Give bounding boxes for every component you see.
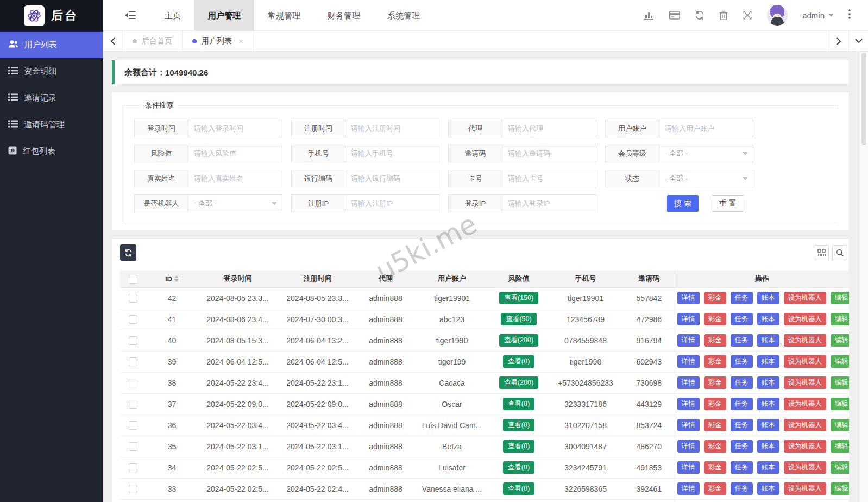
- topnav-item-user-management[interactable]: 用户管理: [194, 0, 254, 31]
- risk-view-button[interactable]: 查看(0): [503, 355, 534, 368]
- action-edit-button[interactable]: 编辑: [831, 398, 849, 410]
- row-checkbox[interactable]: [129, 336, 137, 345]
- row-checkbox[interactable]: [129, 442, 137, 451]
- action-task-button[interactable]: 任务: [731, 461, 753, 474]
- tab-close-icon[interactable]: ×: [238, 37, 243, 45]
- id-sort-control[interactable]: ID: [165, 275, 179, 283]
- tab-operations-button[interactable]: [848, 31, 868, 51]
- action-set-robot-button[interactable]: 设为机器人: [784, 440, 827, 453]
- field-input-register-ip[interactable]: [345, 194, 439, 212]
- action-task-button[interactable]: 任务: [731, 355, 753, 368]
- tab-home[interactable]: 后台首页: [123, 31, 183, 51]
- topnav-item-general-management[interactable]: 常规管理: [254, 0, 314, 31]
- tab-user-list[interactable]: 用户列表×: [183, 31, 254, 51]
- risk-view-button[interactable]: 查看(50): [501, 313, 536, 325]
- action-bonus-button[interactable]: 彩金: [704, 419, 726, 431]
- field-input-agent[interactable]: [502, 120, 596, 137]
- risk-view-button[interactable]: 查看(0): [503, 398, 534, 410]
- action-edit-button[interactable]: 编辑: [831, 440, 849, 453]
- sidebar-item-red-packet-list[interactable]: 红包列表: [0, 138, 103, 165]
- action-task-button[interactable]: 任务: [731, 334, 753, 347]
- action-edit-button[interactable]: 编辑: [831, 482, 849, 495]
- risk-view-button[interactable]: 查看(0): [503, 440, 534, 453]
- action-edit-button[interactable]: 编辑: [831, 419, 849, 431]
- action-task-button[interactable]: 任务: [731, 313, 753, 325]
- action-edit-button[interactable]: 编辑: [831, 334, 849, 347]
- row-checkbox[interactable]: [129, 421, 137, 430]
- row-checkbox[interactable]: [129, 379, 137, 387]
- topnav-item-system-management[interactable]: 系统管理: [374, 0, 433, 31]
- refresh-button[interactable]: [120, 244, 136, 261]
- sidebar-item-invite-records[interactable]: 邀请记录: [0, 85, 103, 111]
- search-button[interactable]: 搜 索: [667, 195, 699, 212]
- action-edit-button[interactable]: 编辑: [831, 313, 849, 325]
- action-set-robot-button[interactable]: 设为机器人: [784, 292, 827, 304]
- action-set-robot-button[interactable]: 设为机器人: [784, 461, 827, 474]
- action-details-button[interactable]: 详情: [677, 398, 700, 410]
- action-details-button[interactable]: 详情: [677, 440, 700, 453]
- action-bonus-button[interactable]: 彩金: [704, 376, 726, 389]
- refresh-icon[interactable]: [695, 10, 705, 20]
- action-task-button[interactable]: 任务: [731, 292, 753, 304]
- action-set-robot-button[interactable]: 设为机器人: [784, 334, 827, 347]
- field-input-real-name[interactable]: [188, 170, 282, 187]
- row-checkbox[interactable]: [129, 463, 137, 472]
- action-details-button[interactable]: 详情: [677, 334, 700, 347]
- field-select-is-robot[interactable]: - 全部 -: [188, 194, 282, 212]
- columns-toggle-button[interactable]: [814, 245, 829, 260]
- row-checkbox[interactable]: [129, 400, 137, 409]
- action-details-button[interactable]: 详情: [677, 376, 700, 389]
- row-checkbox[interactable]: [129, 485, 137, 493]
- scrollbar-thumb[interactable]: [861, 53, 866, 145]
- sidebar-item-funds-detail[interactable]: 资金明细: [0, 58, 103, 85]
- field-input-invite-code[interactable]: [502, 145, 596, 162]
- sidebar-item-user-list[interactable]: 用户列表: [0, 32, 103, 58]
- action-ledger-button[interactable]: 账本: [757, 355, 779, 368]
- action-details-button[interactable]: 详情: [677, 419, 700, 431]
- action-ledger-button[interactable]: 账本: [757, 376, 779, 389]
- tab-scroll-left-button[interactable]: [103, 31, 123, 51]
- row-checkbox[interactable]: [129, 294, 137, 303]
- action-edit-button[interactable]: 编辑: [831, 461, 849, 474]
- field-input-card-number[interactable]: [502, 170, 596, 187]
- action-bonus-button[interactable]: 彩金: [704, 482, 726, 495]
- more-options-icon[interactable]: [848, 9, 851, 22]
- field-input-login-ip[interactable]: [502, 194, 596, 212]
- action-set-robot-button[interactable]: 设为机器人: [784, 419, 827, 431]
- column-header-id[interactable]: ID: [146, 271, 198, 287]
- action-ledger-button[interactable]: 账本: [757, 292, 779, 304]
- risk-view-button[interactable]: 查看(0): [503, 461, 534, 474]
- action-details-button[interactable]: 详情: [677, 482, 700, 495]
- credit-card-icon[interactable]: [669, 11, 680, 20]
- field-input-user-account[interactable]: [659, 120, 753, 137]
- field-select-member-level[interactable]: - 全部 -: [659, 145, 753, 162]
- avatar[interactable]: [767, 5, 788, 26]
- select-all-checkbox[interactable]: [129, 275, 137, 284]
- action-ledger-button[interactable]: 账本: [757, 313, 779, 325]
- risk-view-button[interactable]: 查看(0): [503, 419, 534, 431]
- action-ledger-button[interactable]: 账本: [757, 461, 779, 474]
- field-select-status[interactable]: - 全部 -: [659, 170, 753, 187]
- action-bonus-button[interactable]: 彩金: [704, 292, 726, 304]
- action-set-robot-button[interactable]: 设为机器人: [784, 376, 827, 389]
- action-bonus-button[interactable]: 彩金: [704, 440, 726, 453]
- user-menu[interactable]: admin: [802, 11, 834, 20]
- row-checkbox[interactable]: [129, 357, 137, 366]
- action-edit-button[interactable]: 编辑: [831, 292, 849, 304]
- action-task-button[interactable]: 任务: [731, 398, 753, 410]
- fullscreen-icon[interactable]: [743, 10, 752, 20]
- field-input-register-time[interactable]: [345, 120, 439, 137]
- action-details-button[interactable]: 详情: [677, 292, 700, 304]
- topnav-item-home[interactable]: 主页: [151, 0, 194, 31]
- action-ledger-button[interactable]: 账本: [757, 482, 779, 495]
- field-input-risk-value[interactable]: [188, 145, 282, 162]
- bar-chart-icon[interactable]: [644, 10, 655, 20]
- action-task-button[interactable]: 任务: [731, 482, 753, 495]
- action-ledger-button[interactable]: 账本: [757, 419, 779, 431]
- action-bonus-button[interactable]: 彩金: [704, 334, 726, 347]
- scrollbar-track[interactable]: [860, 52, 868, 502]
- action-bonus-button[interactable]: 彩金: [704, 313, 726, 325]
- tab-scroll-right-button[interactable]: [829, 31, 848, 51]
- collapse-sidebar-icon[interactable]: [125, 11, 136, 20]
- action-details-button[interactable]: 详情: [677, 355, 700, 368]
